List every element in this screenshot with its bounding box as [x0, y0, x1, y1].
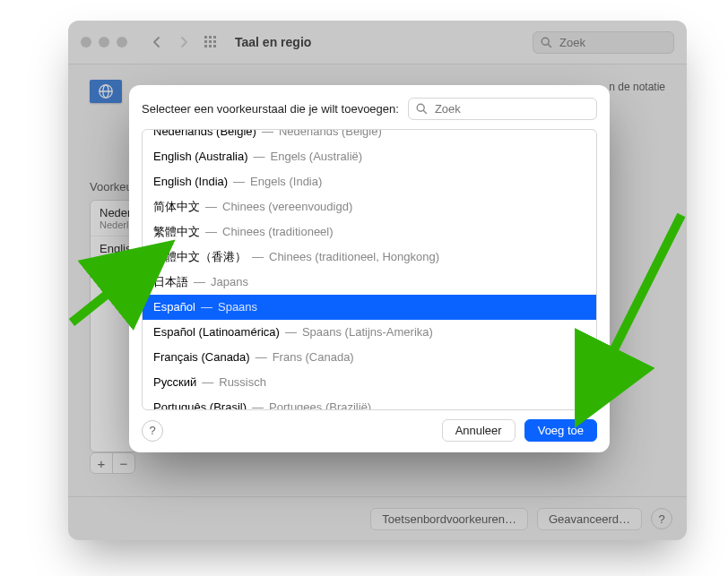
svg-line-6 [423, 110, 426, 113]
sheet-prompt: Selecteer een voorkeurstaal die je wilt … [142, 102, 399, 116]
sheet-help-button[interactable]: ? [142, 420, 163, 442]
language-native: 简体中文 [153, 198, 200, 216]
language-translated: Spaans [218, 298, 257, 316]
language-native: English (India) [153, 173, 228, 191]
sheet-search-input[interactable] [433, 101, 589, 116]
language-row[interactable]: Nederlands (België)—Nederlands (België) [143, 130, 596, 144]
add-button[interactable]: Voeg toe [524, 419, 597, 442]
language-native: 日本語 [153, 273, 188, 291]
language-translated: Frans (Canada) [273, 348, 354, 366]
search-icon [416, 103, 428, 115]
language-row[interactable]: English (Australia)—Engels (Australië) [143, 144, 596, 169]
language-translated: Chinees (traditioneel) [222, 223, 334, 241]
language-list[interactable]: Nederlands (België)—Nederlands (België)E… [142, 129, 597, 410]
cancel-button[interactable]: Annuleer [442, 419, 516, 442]
language-native: Español [153, 298, 195, 316]
language-row[interactable]: Русский—Russisch [143, 370, 596, 395]
language-translated: Engels (India) [250, 173, 322, 191]
language-row[interactable]: Français (Canada)—Frans (Canada) [143, 345, 596, 370]
language-row[interactable]: Español (Latinoamérica)—Spaans (Latijns-… [143, 320, 596, 345]
language-row[interactable]: 繁體中文（香港）—Chinees (traditioneel, Hongkong… [143, 245, 596, 270]
language-native: Español (Latinoamérica) [153, 323, 280, 341]
language-native: Português (Brasil) [153, 399, 247, 409]
language-translated: Portugees (Brazilië) [269, 399, 371, 409]
language-native: English (Australia) [153, 148, 248, 166]
language-row[interactable]: Português (Brasil)—Portugees (Brazilië) [143, 395, 596, 409]
sheet-search[interactable] [408, 98, 597, 120]
language-translated: Nederlands (België) [279, 130, 382, 141]
language-row[interactable]: 繁體中文—Chinees (traditioneel) [143, 219, 596, 245]
language-translated: Japans [211, 273, 248, 291]
add-language-sheet: Selecteer een voorkeurstaal die je wilt … [129, 85, 610, 452]
language-native: 繁體中文（香港） [153, 248, 247, 266]
sheet-footer: ? Annuleer Voeg toe [142, 419, 597, 442]
language-native: 繁體中文 [153, 223, 200, 241]
language-translated: Engels (Australië) [271, 148, 363, 166]
language-row[interactable]: 日本語—Japans [143, 270, 596, 295]
language-translated: Spaans (Latijns-Amerika) [302, 323, 433, 341]
sheet-header: Selecteer een voorkeurstaal die je wilt … [142, 98, 597, 120]
language-native: Русский [153, 374, 196, 391]
language-row[interactable]: English (India)—Engels (India) [143, 169, 596, 194]
language-translated: Chinees (vereenvoudigd) [222, 198, 352, 216]
language-row[interactable]: Español—Spaans [143, 295, 596, 320]
language-native: Nederlands (België) [153, 130, 256, 141]
language-row[interactable]: 简体中文—Chinees (vereenvoudigd) [143, 194, 596, 219]
language-translated: Russisch [219, 374, 266, 391]
language-native: Français (Canada) [153, 348, 250, 366]
language-translated: Chinees (traditioneel, Hongkong) [269, 248, 439, 266]
